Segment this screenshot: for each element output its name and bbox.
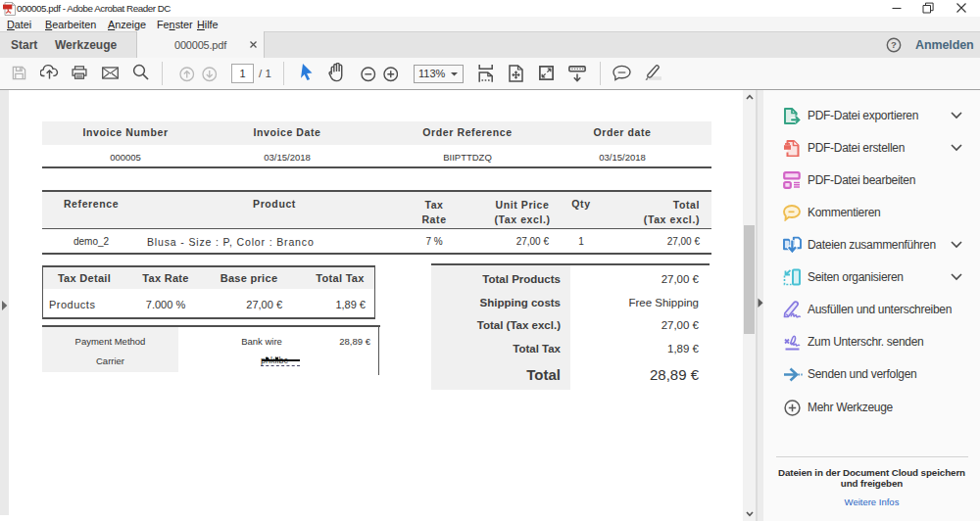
svg-text:?: ? [891,39,897,50]
